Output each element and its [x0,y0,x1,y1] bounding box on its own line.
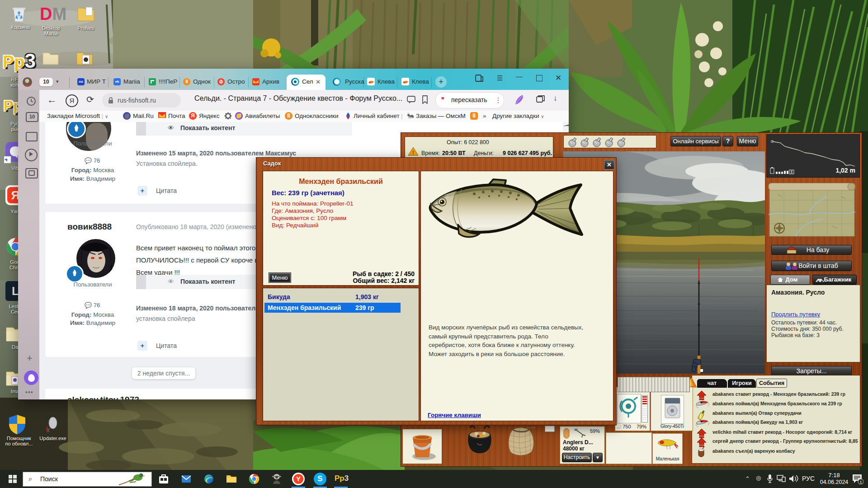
svg-text:!: ! [412,149,414,156]
svg-text:1,02 m: 1,02 m [835,167,855,174]
svg-text:1: 1 [859,480,862,484]
